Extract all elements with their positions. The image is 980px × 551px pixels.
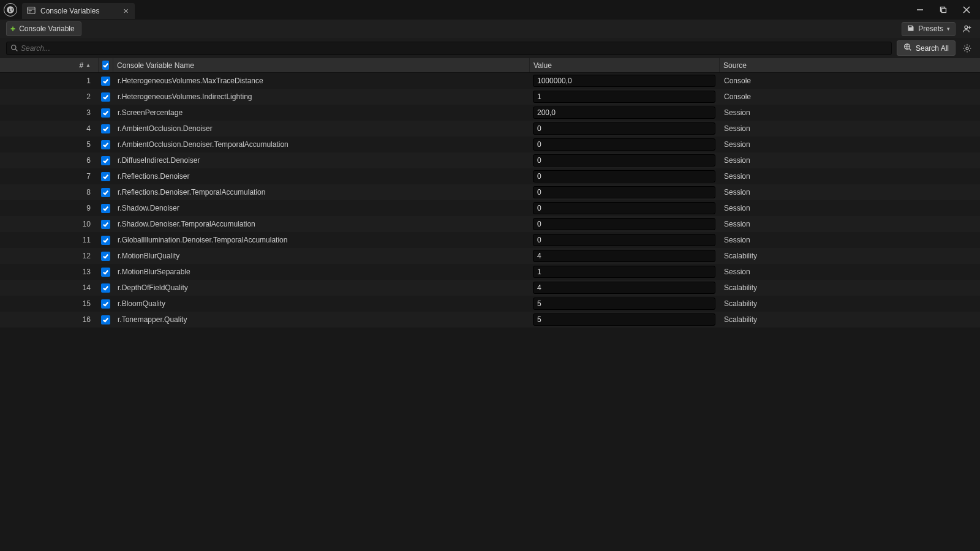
variable-name: r.BloomQuality	[113, 299, 529, 308]
checkbox-icon[interactable]	[101, 77, 110, 86]
checkbox-icon[interactable]	[101, 156, 110, 165]
checkbox-icon[interactable]	[101, 220, 110, 229]
checkbox-icon[interactable]	[101, 108, 110, 118]
source-label: Session	[719, 188, 970, 197]
variable-name: r.AmbientOcclusion.Denoiser	[113, 124, 529, 133]
checkbox-icon[interactable]	[101, 204, 110, 213]
table-row[interactable]: 12r.MotionBlurQualityScalability	[0, 248, 980, 264]
svg-line-15	[910, 49, 911, 51]
window-close-icon[interactable]	[962, 5, 971, 15]
checkbox-icon[interactable]	[101, 188, 110, 197]
header-checkbox[interactable]	[98, 58, 113, 72]
row-checkbox-cell	[98, 315, 113, 324]
table-row[interactable]: 13r.MotionBlurSeparableSession	[0, 264, 980, 280]
search-input[interactable]	[21, 44, 888, 53]
table-row[interactable]: 3r.ScreenPercentageSession	[0, 105, 980, 121]
table-row[interactable]: 1r.HeterogeneousVolumes.MaxTraceDistance…	[0, 73, 980, 89]
table-row[interactable]: 2r.HeterogeneousVolumes.IndirectLighting…	[0, 89, 980, 105]
window-minimize-icon[interactable]	[915, 5, 925, 15]
value-input[interactable]	[533, 107, 715, 119]
row-checkbox-cell	[98, 77, 113, 86]
source-label: Scalability	[719, 315, 970, 324]
table-row[interactable]: 7r.Reflections.DenoiserSession	[0, 168, 980, 184]
value-input[interactable]	[533, 122, 715, 135]
add-console-variable-button[interactable]: + Console Variable	[6, 21, 81, 36]
table-row[interactable]: 15r.BloomQualityScalability	[0, 296, 980, 312]
globe-search-icon	[903, 43, 912, 53]
value-input[interactable]	[533, 202, 715, 214]
table-row[interactable]: 11r.GlobalIllumination.Denoiser.Temporal…	[0, 232, 980, 248]
settings-icon[interactable]	[960, 42, 974, 55]
row-index: 7	[0, 172, 98, 181]
row-index: 14	[0, 283, 98, 292]
checkbox-icon[interactable]	[101, 283, 110, 293]
source-label: Scalability	[719, 283, 970, 292]
search-icon	[10, 44, 18, 52]
value-input[interactable]	[533, 186, 715, 198]
value-input[interactable]	[533, 313, 715, 326]
table-row[interactable]: 5r.AmbientOcclusion.Denoiser.TemporalAcc…	[0, 137, 980, 152]
value-cell	[529, 218, 719, 230]
table-row[interactable]: 6r.DiffuseIndirect.DenoiserSession	[0, 152, 980, 168]
row-index: 2	[0, 92, 98, 101]
value-input[interactable]	[533, 218, 715, 230]
chevron-down-icon: ▾	[947, 26, 950, 32]
checkbox-icon[interactable]	[101, 92, 110, 102]
table-row[interactable]: 10r.Shadow.Denoiser.TemporalAccumulation…	[0, 216, 980, 232]
value-input[interactable]	[533, 91, 715, 103]
value-input[interactable]	[533, 250, 715, 262]
source-label: Session	[719, 156, 970, 165]
value-input[interactable]	[533, 266, 715, 278]
value-input[interactable]	[533, 298, 715, 310]
row-index: 8	[0, 188, 98, 197]
value-input[interactable]	[533, 138, 715, 151]
checkbox-icon[interactable]	[101, 252, 110, 261]
table-row[interactable]: 9r.Shadow.DenoiserSession	[0, 200, 980, 216]
variable-name: r.Tonemapper.Quality	[113, 315, 529, 324]
value-input[interactable]	[533, 170, 715, 182]
app-logo-icon[interactable]	[4, 3, 17, 17]
header-value[interactable]: Value	[529, 58, 719, 72]
value-input[interactable]	[533, 154, 715, 167]
presets-dropdown[interactable]: Presets ▾	[902, 22, 956, 36]
table-row[interactable]: 4r.AmbientOcclusion.DenoiserSession	[0, 121, 980, 137]
value-input[interactable]	[533, 75, 715, 87]
tab-title: Console Variables	[40, 7, 100, 15]
search-field[interactable]	[6, 42, 892, 55]
checkbox-icon[interactable]	[101, 236, 110, 245]
checkbox-icon[interactable]	[101, 140, 110, 149]
value-cell	[529, 298, 719, 310]
checkbox-icon[interactable]	[101, 315, 110, 324]
search-all-button[interactable]: Search All	[897, 40, 956, 56]
checkbox-icon[interactable]	[101, 299, 110, 309]
header-name[interactable]: Console Variable Name	[113, 58, 529, 72]
row-checkbox-cell	[98, 283, 113, 293]
value-input[interactable]	[533, 234, 715, 246]
row-checkbox-cell	[98, 124, 113, 133]
value-cell	[529, 313, 719, 326]
checkbox-icon[interactable]	[101, 268, 110, 277]
table-row[interactable]: 16r.Tonemapper.QualityScalability	[0, 312, 980, 328]
checkbox-icon[interactable]	[102, 61, 109, 70]
value-input[interactable]	[533, 282, 715, 294]
table-row[interactable]: 8r.Reflections.Denoiser.TemporalAccumula…	[0, 184, 980, 200]
header-source[interactable]: Source	[719, 58, 970, 72]
window-maximize-icon[interactable]	[938, 5, 948, 15]
table-row[interactable]: 14r.DepthOfFieldQualityScalability	[0, 280, 980, 296]
checkbox-icon[interactable]	[101, 124, 110, 133]
source-label: Session	[719, 220, 970, 228]
value-cell	[529, 91, 719, 103]
row-checkbox-cell	[98, 236, 113, 245]
add-user-icon[interactable]	[960, 22, 974, 36]
source-label: Session	[719, 268, 970, 276]
source-label: Console	[719, 92, 970, 101]
tab-close-icon[interactable]: ✕	[123, 7, 129, 15]
source-label: Scalability	[719, 299, 970, 308]
header-index[interactable]: #▲	[0, 58, 98, 72]
variable-name: r.AmbientOcclusion.Denoiser.TemporalAccu…	[113, 140, 529, 149]
source-label: Scalability	[719, 252, 970, 260]
row-checkbox-cell	[98, 252, 113, 261]
window-tab[interactable]: Console Variables ✕	[22, 3, 135, 19]
row-checkbox-cell	[98, 299, 113, 309]
checkbox-icon[interactable]	[101, 172, 110, 181]
